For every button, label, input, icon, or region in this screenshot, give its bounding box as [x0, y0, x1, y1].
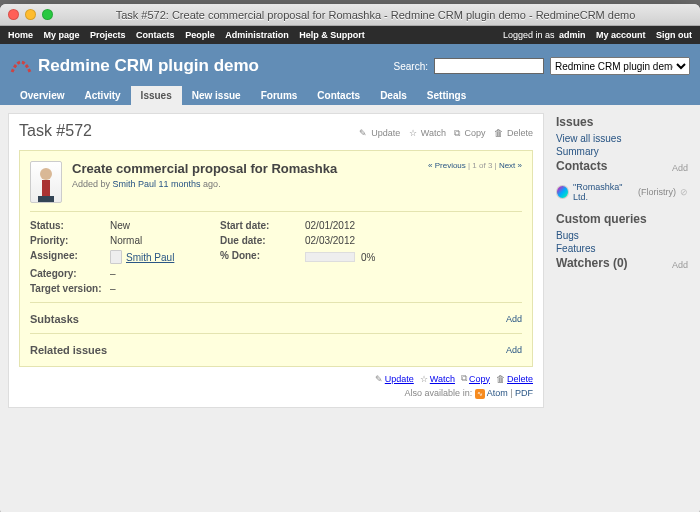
topmenu-contacts[interactable]: Contacts	[136, 30, 175, 40]
also-available: Also available in: ∿Atom | PDF	[19, 388, 533, 399]
status-value: New	[110, 220, 220, 231]
close-window-button[interactable]	[8, 9, 19, 20]
topmenu-admin[interactable]: Administration	[225, 30, 289, 40]
star-icon: ☆	[409, 128, 417, 138]
top-menu: Home My page Projects Contacts People Ad…	[0, 26, 700, 44]
globe-icon	[556, 185, 569, 199]
topmenu-people[interactable]: People	[185, 30, 215, 40]
window-title: Task #572: Create commercial proposal fo…	[59, 9, 692, 21]
atom-link[interactable]: Atom	[487, 388, 508, 398]
pencil-icon: ✎	[375, 374, 383, 384]
progress-bar	[305, 252, 355, 262]
category-value: –	[110, 268, 220, 279]
target-version-label: Target version:	[30, 283, 110, 294]
project-logo[interactable]: Redmine CRM plugin demo	[10, 56, 259, 76]
add-subtask-link[interactable]: Add	[506, 314, 522, 324]
priority-value: Normal	[110, 235, 220, 246]
pdf-link[interactable]: PDF	[515, 388, 533, 398]
zoom-window-button[interactable]	[42, 9, 53, 20]
add-watcher-link[interactable]: Add	[672, 260, 688, 270]
assignee-avatar-icon	[110, 250, 122, 264]
trash-icon: 🗑	[496, 374, 505, 384]
sidebar-issues-heading: Issues	[556, 115, 688, 129]
topmenu-mypage[interactable]: My page	[44, 30, 80, 40]
done-label: % Done:	[220, 250, 305, 264]
update-link[interactable]: Update	[371, 128, 400, 138]
copy-link[interactable]: Copy	[464, 128, 485, 138]
due-date-label: Due date:	[220, 235, 305, 246]
trash-icon: 🗑	[494, 128, 503, 138]
search-input[interactable]	[434, 58, 544, 74]
sidebar-contacts-heading: Contacts	[556, 159, 607, 173]
summary-link[interactable]: Summary	[556, 146, 688, 157]
tab-overview[interactable]: Overview	[10, 86, 74, 105]
done-value: 0%	[305, 250, 522, 264]
topmenu-signout[interactable]: Sign out	[656, 30, 692, 40]
contact-item: "Romashka" Ltd. (Floristry) ⊘	[556, 180, 688, 204]
logged-in-user[interactable]: admin	[559, 30, 586, 40]
pencil-icon: ✎	[359, 128, 367, 138]
prev-issue-link[interactable]: « Previous	[428, 161, 466, 170]
topmenu-help[interactable]: Help & Support	[299, 30, 365, 40]
due-date-value: 02/03/2012	[305, 235, 522, 246]
start-date-value: 02/01/2012	[305, 220, 522, 231]
issue-heading: Task #572	[19, 122, 92, 140]
header: Redmine CRM plugin demo Search: Redmine …	[0, 44, 700, 105]
target-version-value: –	[110, 283, 220, 294]
delete-link-bottom[interactable]: Delete	[507, 374, 533, 384]
tab-contacts[interactable]: Contacts	[307, 86, 370, 105]
redmine-arc-icon	[10, 58, 32, 74]
topmenu-projects[interactable]: Projects	[90, 30, 126, 40]
author-avatar[interactable]	[30, 161, 62, 203]
search-label: Search:	[394, 61, 428, 72]
issue-subtitle: Added by Smith Paul 11 months ago.	[72, 179, 418, 189]
tab-activity[interactable]: Activity	[74, 86, 130, 105]
minimize-window-button[interactable]	[25, 9, 36, 20]
tab-deals[interactable]: Deals	[370, 86, 417, 105]
category-label: Category:	[30, 268, 110, 279]
topmenu-myaccount[interactable]: My account	[596, 30, 646, 40]
sidebar-custom-queries-heading: Custom queries	[556, 212, 688, 226]
sidebar: Issues View all issues Summary Contacts …	[552, 113, 692, 408]
topmenu-home[interactable]: Home	[8, 30, 33, 40]
issue-attributes: Status: New Start date: 02/01/2012 Prior…	[30, 220, 522, 294]
tab-newissue[interactable]: New issue	[182, 86, 251, 105]
add-related-link[interactable]: Add	[506, 345, 522, 355]
contact-note: (Floristry)	[638, 187, 676, 197]
svg-point-0	[40, 168, 52, 180]
assignee-value: Smith Paul	[110, 250, 220, 264]
assignee-link[interactable]: Smith Paul	[126, 252, 174, 263]
query-features-link[interactable]: Features	[556, 243, 688, 254]
start-date-label: Start date:	[220, 220, 305, 231]
star-icon: ☆	[420, 374, 428, 384]
query-bugs-link[interactable]: Bugs	[556, 230, 688, 241]
remove-contact-icon[interactable]: ⊘	[680, 187, 688, 197]
project-title: Redmine CRM plugin demo	[38, 56, 259, 76]
add-contact-link[interactable]: Add	[672, 163, 688, 173]
action-links-top: ✎Update ☆Watch ⧉Copy 🗑Delete	[353, 128, 533, 139]
feed-icon: ∿	[475, 389, 485, 399]
content: Task #572 ✎Update ☆Watch ⧉Copy 🗑Delete C…	[8, 113, 544, 408]
watch-link[interactable]: Watch	[421, 128, 446, 138]
assignee-label: Assignee:	[30, 250, 110, 264]
status-label: Status:	[30, 220, 110, 231]
tab-settings[interactable]: Settings	[417, 86, 476, 105]
action-links-bottom: ✎Update ☆Watch ⧉Copy 🗑Delete	[19, 373, 533, 384]
delete-link[interactable]: Delete	[507, 128, 533, 138]
tab-forums[interactable]: Forums	[251, 86, 308, 105]
subtasks-heading: Subtasks	[30, 313, 79, 325]
related-issues-heading: Related issues	[30, 344, 107, 356]
issue-details: Create commercial proposal for Romashka …	[19, 150, 533, 367]
next-issue-link[interactable]: Next »	[499, 161, 522, 170]
copy-link-bottom[interactable]: Copy	[469, 374, 490, 384]
view-all-issues-link[interactable]: View all issues	[556, 133, 688, 144]
main-tabs: Overview Activity Issues New issue Forum…	[10, 86, 690, 105]
contact-link[interactable]: "Romashka" Ltd.	[573, 182, 634, 202]
issue-pagination: « Previous | 1 of 3 | Next »	[428, 161, 522, 203]
copy-icon: ⧉	[454, 128, 460, 139]
author-link[interactable]: Smith Paul 11 months	[113, 179, 201, 189]
project-selector[interactable]: Redmine CRM plugin demo	[550, 57, 690, 75]
tab-issues[interactable]: Issues	[131, 86, 182, 105]
watch-link-bottom[interactable]: Watch	[430, 374, 455, 384]
update-link-bottom[interactable]: Update	[385, 374, 414, 384]
